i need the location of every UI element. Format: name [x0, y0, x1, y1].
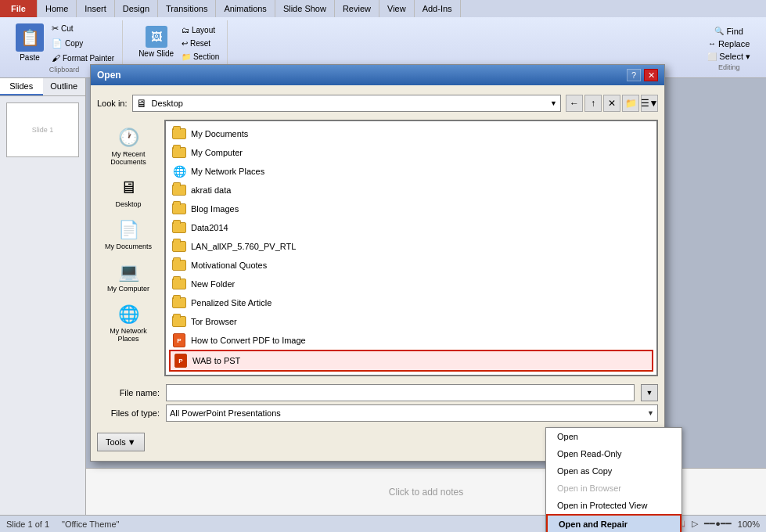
folder-icon: [172, 221, 186, 235]
menu-item-open-copy[interactable]: Open as Copy: [546, 462, 681, 480]
section-button[interactable]: 📁 Section: [180, 51, 221, 63]
reset-button[interactable]: ↩ Reset: [180, 38, 221, 49]
tab-home[interactable]: Home: [38, 0, 77, 17]
editing-group: 🔍Find ↔Replace ⬜Select ▾ Editing: [698, 20, 760, 75]
list-item[interactable]: Motivational Quotes: [169, 256, 653, 275]
filetype-row: Files of type: All PowerPoint Presentati…: [97, 404, 658, 422]
dialog-titlebar: Open ? ✕: [91, 65, 664, 85]
copy-button[interactable]: 📄Copy: [50, 37, 116, 50]
filename-input[interactable]: [166, 384, 635, 401]
tab-slideshow[interactable]: Slide Show: [275, 0, 335, 17]
nav-network[interactable]: 🌐 My Network Places: [100, 300, 156, 347]
list-item[interactable]: New Folder: [169, 275, 653, 293]
cut-button[interactable]: ✂Cut: [50, 22, 116, 35]
nav-mydocs[interactable]: 📄 My Documents: [100, 215, 156, 254]
tab-transitions[interactable]: Transitions: [158, 0, 216, 17]
view-slideshow[interactable]: ▷: [692, 519, 698, 529]
list-item[interactable]: akrati data: [169, 181, 653, 200]
filetype-value: All PowerPoint Presentations: [170, 408, 281, 418]
lookin-select[interactable]: 🖥 Desktop ▼: [132, 95, 561, 112]
tab-view[interactable]: View: [379, 0, 415, 17]
filetype-arrow: ▼: [647, 409, 654, 417]
zoom-slider[interactable]: ━━●━━: [704, 519, 732, 529]
ppt-selected-icon: P: [174, 354, 188, 368]
slide-thumbnail-1[interactable]: 1 Slide 1: [6, 102, 79, 157]
slide-count: Slide 1 of 1: [6, 519, 49, 529]
list-item[interactable]: P How to Convert PDF to Image: [169, 331, 653, 350]
slide-panel: Slides Outline 1 Slide 1: [0, 78, 86, 515]
list-item[interactable]: My Documents: [169, 124, 653, 143]
select-button[interactable]: ⬜Select ▾: [704, 50, 753, 63]
folder-icon: [172, 296, 186, 310]
lookin-row: Look in: 🖥 Desktop ▼ ← ↑ ✕ 📁 ☰▼: [97, 92, 658, 115]
menu-item-open-readonly[interactable]: Open Read-Only: [546, 445, 681, 462]
tab-insert[interactable]: Insert: [77, 0, 115, 17]
folder-icon: [172, 127, 186, 141]
filetype-dropdown[interactable]: All PowerPoint Presentations ▼: [166, 404, 658, 422]
dialog-main-area: 🕐 My Recent Documents 🖥 Desktop 📄 My Doc…: [97, 120, 658, 376]
app-window: File Home Insert Design Transitions Anim…: [0, 0, 766, 532]
layout-button[interactable]: 🗂 Layout: [180, 24, 221, 36]
slide-panel-tabs: Slides Outline: [0, 78, 85, 96]
folder-icon: [172, 277, 186, 291]
dialog-controls: ? ✕: [627, 69, 658, 81]
list-item[interactable]: 🌐 My Network Places: [169, 162, 653, 181]
filename-label: File name:: [97, 388, 160, 397]
filename-dropdown[interactable]: ▼: [641, 384, 658, 401]
nav-recent[interactable]: 🕐 My Recent Documents: [100, 123, 156, 170]
theme-name: "Office Theme": [62, 519, 119, 529]
file-list: My Documents My Computer 🌐 My Network Pl…: [164, 120, 658, 376]
nav-mycomputer[interactable]: 💻 My Computer: [100, 257, 156, 297]
paste-button[interactable]: 📋 Paste: [13, 22, 47, 63]
notes-placeholder: Click to add notes: [389, 487, 463, 498]
tab-file[interactable]: File: [0, 0, 38, 17]
tab-review[interactable]: Review: [335, 0, 379, 17]
delete-button[interactable]: ✕: [603, 95, 620, 112]
folder-icon: [172, 202, 186, 216]
list-item[interactable]: Data2014: [169, 218, 653, 237]
folder-icon: [172, 183, 186, 197]
network-icon: 🌐: [117, 304, 139, 325]
ribbon-tabs: File Home Insert Design Transitions Anim…: [0, 0, 766, 17]
folder-icon: [172, 239, 186, 253]
menu-item-open-protected[interactable]: Open in Protected View: [546, 497, 681, 514]
list-item[interactable]: Tor Browser: [169, 312, 653, 331]
lookin-toolbar: ← ↑ ✕ 📁 ☰▼: [566, 95, 658, 112]
dialog-help-button[interactable]: ?: [627, 69, 641, 81]
tab-animations[interactable]: Animations: [216, 0, 275, 17]
list-item[interactable]: My Computer: [169, 143, 653, 162]
folder-icon: [172, 315, 186, 329]
menu-item-open-browser[interactable]: Open in Browser: [546, 480, 681, 497]
tab-addins[interactable]: Add-Ins: [415, 0, 461, 17]
newslide-button[interactable]: 🖼 New Slide: [135, 24, 177, 63]
view-button[interactable]: ☰▼: [641, 95, 658, 112]
formatpaint-button[interactable]: 🖌Format Painter: [50, 52, 116, 64]
network-folder-icon: 🌐: [172, 164, 186, 178]
tab-slides[interactable]: Slides: [0, 78, 43, 95]
tab-outline[interactable]: Outline: [43, 78, 86, 95]
lookin-label: Look in:: [97, 99, 128, 108]
up-button[interactable]: ↑: [584, 95, 602, 112]
list-item-selected[interactable]: P WAB to PST: [169, 350, 653, 372]
filename-row: File name: ▼: [97, 384, 658, 401]
mydocs-icon: 📄: [117, 219, 139, 241]
list-item[interactable]: Penalized Site Article: [169, 293, 653, 312]
list-item[interactable]: LAN_allXP_5.760_PV_RTL: [169, 237, 653, 256]
mycomputer-icon: 💻: [117, 261, 139, 283]
list-item[interactable]: Blog Images: [169, 200, 653, 218]
replace-button[interactable]: ↔Replace: [705, 38, 753, 50]
filetype-label: Files of type:: [97, 408, 160, 418]
ppt-icon: P: [172, 333, 186, 347]
tab-design[interactable]: Design: [115, 0, 158, 17]
desktop-icon: 🖥: [117, 177, 139, 199]
tools-button[interactable]: Tools ▼: [97, 433, 145, 451]
nav-desktop[interactable]: 🖥 Desktop: [100, 173, 156, 212]
find-button[interactable]: 🔍Find: [711, 25, 746, 38]
dialog-close-button[interactable]: ✕: [644, 69, 658, 81]
menu-item-open-repair[interactable]: Open and Repair: [546, 514, 681, 532]
nav-panel: 🕐 My Recent Documents 🖥 Desktop 📄 My Doc…: [97, 120, 160, 376]
menu-item-open[interactable]: Open: [546, 428, 681, 445]
newfolder-button[interactable]: 📁: [622, 95, 639, 112]
back-button[interactable]: ←: [566, 95, 583, 112]
open-dialog: Open ? ✕ Look in: 🖥 Desktop ▼ ← ↑: [90, 64, 665, 462]
